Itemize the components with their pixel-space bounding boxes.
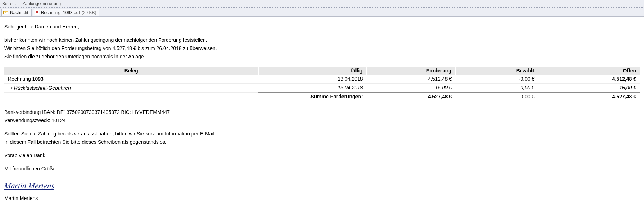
cell-empty [4, 92, 258, 101]
th-faellig: fällig [258, 67, 366, 75]
table-row-invoice: Rechnung 1093 13.04.2018 4.512,48 € -0,0… [4, 75, 640, 84]
cell-beleg: • Rücklastschrift-Gebühren [4, 84, 258, 92]
claims-table: Beleg fällig Forderung Bezahlt Offen Rec… [4, 67, 640, 101]
cell-offen: 4.512,48 € [538, 75, 640, 84]
cell-faellig: 13.04.2018 [258, 75, 366, 84]
tab-message[interactable]: Nachricht [1, 9, 32, 16]
cell-sum-label: Summe Forderungen: [258, 92, 366, 101]
tab-message-label: Nachricht [10, 10, 28, 15]
pdf-icon [35, 10, 39, 15]
cell-beleg: Rechnung 1093 [4, 75, 258, 84]
cell-sum-offen: 4.527,48 € [538, 92, 640, 101]
subject-row: Betreff: Zahlungserinnerung [0, 0, 644, 8]
table-header-row: Beleg fällig Forderung Bezahlt Offen [4, 67, 640, 75]
tabs-row: Nachricht Rechnung_1093.pdf (29 KB) [0, 8, 644, 17]
mail-icon [3, 11, 8, 14]
email-header: Betreff: Zahlungserinnerung Nachricht Re… [0, 0, 644, 17]
th-beleg: Beleg [4, 67, 258, 75]
closing-line-1: Sollten Sie die Zahlung bereits veranlas… [4, 130, 640, 137]
intro-line-3: Sie finden die zugehörigen Unterlagen no… [4, 53, 640, 60]
th-forderung: Forderung [367, 67, 455, 75]
salutation: Sehr geehrte Damen und Herren, [4, 23, 640, 30]
cell-bezahlt: -0,00 € [455, 84, 538, 92]
subject-value: Zahlungserinnerung [22, 1, 61, 6]
th-offen: Offen [538, 67, 640, 75]
cell-forderung: 15,00 € [367, 84, 455, 92]
th-bezahlt: Bezahlt [455, 67, 538, 75]
bank-details: Bankverbindung IBAN: DE13750200730371405… [4, 109, 640, 116]
cell-faellig: 15.04.2018 [258, 84, 366, 92]
cell-bezahlt: -0,00 € [455, 75, 538, 84]
beleg-number: 1093 [32, 76, 44, 82]
tab-attachment[interactable]: Rechnung_1093.pdf (29 KB) [33, 9, 100, 16]
email-body: Sehr geehrte Damen und Herren, bisher ko… [0, 17, 644, 208]
signature-script: Martin Mertens [4, 181, 55, 191]
thanks: Vorab vielen Dank. [4, 152, 640, 159]
table-row-sum: Summe Forderungen: 4.527,48 € -0,00 € 4.… [4, 92, 640, 101]
subject-label: Betreff: [2, 1, 16, 6]
cell-sum-bezahlt: -0,00 € [455, 92, 538, 101]
cell-sum-forderung: 4.527,48 € [367, 92, 455, 101]
cell-offen: 15,00 € [538, 84, 640, 92]
intro-line-1: bisher konnten wir noch keinen Zahlungse… [4, 37, 640, 44]
intro-line-2: Wir bitten Sie höflich den Forderungsbet… [4, 45, 640, 52]
cell-forderung: 4.512,48 € [367, 75, 455, 84]
signature-printed: Martin Mertens [4, 195, 640, 202]
sign-off: Mit freundlichen Grüßen [4, 165, 640, 172]
attachment-name: Rechnung_1093.pdf [41, 10, 80, 15]
payment-reference: Verwendungszweck: 10124 [4, 117, 640, 124]
beleg-prefix: Rechnung [8, 76, 32, 82]
closing-line-2: In diesem Fall betrachten Sie bitte dies… [4, 139, 640, 146]
table-row-fee: • Rücklastschrift-Gebühren 15.04.2018 15… [4, 84, 640, 92]
attachment-size: (29 KB) [82, 10, 96, 15]
